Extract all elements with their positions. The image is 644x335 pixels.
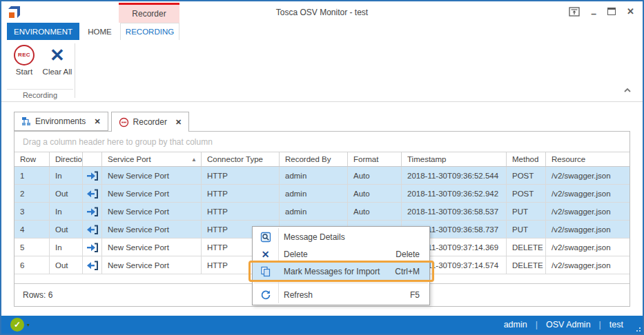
tab-recording[interactable]: RECORDING: [120, 23, 179, 40]
collapse-ribbon-button[interactable]: [623, 83, 632, 96]
direction-out-icon: [86, 260, 99, 271]
column-header-direction[interactable]: Direction: [50, 152, 83, 166]
tab-environments[interactable]: Environments ✕: [14, 112, 108, 131]
context-menu: Message Details ✕ Delete Delete Mark Mes…: [252, 226, 430, 305]
tab-environment-label: ENVIRONMENT: [14, 28, 72, 36]
document-tab-bar: Environments ✕ Recorder ✕: [14, 112, 192, 132]
column-header-recorded-by[interactable]: Recorded By: [280, 152, 348, 166]
column-header-service-port[interactable]: Service Port ▲: [102, 152, 202, 166]
minimize-button[interactable]: –: [591, 7, 596, 17]
start-button-label: Start: [16, 68, 32, 77]
status-right-group: admin | OSV Admin | test: [504, 320, 623, 329]
maximize-icon: [607, 8, 616, 15]
column-header-row[interactable]: Row: [14, 152, 50, 166]
direction-out-icon: [86, 224, 99, 235]
direction-in-icon: [86, 170, 99, 181]
chevron-up-icon: [623, 88, 632, 93]
column-header-connector-type[interactable]: Connector Type: [202, 152, 280, 166]
direction-out-icon: [86, 188, 99, 199]
column-header-method[interactable]: Method: [507, 152, 546, 166]
status-role[interactable]: OSV Admin: [546, 320, 591, 329]
menu-item-mark-messages-for-import[interactable]: Mark Messages for Import Ctrl+M: [253, 263, 429, 280]
tab-recorder-label: Recorder: [133, 117, 167, 127]
window-controls: – ✕: [569, 6, 634, 17]
column-header-direction-icon[interactable]: [83, 152, 102, 166]
menu-separator: [254, 283, 428, 283]
close-environments-tab-icon[interactable]: ✕: [94, 117, 100, 126]
resize-grip[interactable]: [634, 325, 641, 332]
column-header-resource[interactable]: Resource: [546, 152, 630, 166]
minimize-icon: –: [591, 11, 596, 17]
group-by-panel[interactable]: Drag a column header here to group by th…: [14, 132, 630, 152]
tab-recording-label: RECORDING: [126, 28, 174, 36]
ribbon-tab-bar: ENVIRONMENT HOME RECORDING: [1, 23, 643, 40]
column-header-timestamp[interactable]: Timestamp: [402, 152, 507, 166]
direction-in-icon: [86, 242, 99, 253]
ribbon-body: REC Start ✕ Clear All Recording: [1, 40, 643, 102]
table-row[interactable]: 1 In New Service Port HTTP admin Auto 20…: [14, 167, 630, 185]
sort-ascending-icon: ▲: [191, 156, 197, 163]
ribbon-group-label: Recording: [7, 89, 73, 99]
start-recording-button[interactable]: REC Start: [7, 45, 41, 77]
float-window-icon: [569, 7, 580, 17]
title-bar: Recorder Tosca OSV Monitor - test – ✕: [1, 1, 643, 23]
status-separator: |: [599, 320, 601, 329]
recorder-icon: [119, 117, 129, 128]
table-row[interactable]: 3 In New Service Port HTTP admin Auto 20…: [14, 203, 630, 221]
close-icon: ✕: [627, 6, 634, 17]
tab-recorder[interactable]: Recorder ✕: [111, 112, 190, 132]
app-window: Recorder Tosca OSV Monitor - test – ✕: [0, 0, 644, 335]
refresh-icon: [253, 290, 278, 301]
record-icon: REC: [14, 45, 35, 65]
status-environment[interactable]: test: [609, 320, 623, 329]
status-dropdown-caret-icon[interactable]: ▾: [27, 322, 30, 328]
copy-documents-icon: [253, 266, 278, 277]
float-window-button[interactable]: [569, 7, 580, 17]
status-user[interactable]: admin: [504, 320, 527, 329]
ribbon-group-divider: [75, 43, 75, 98]
environments-icon: [21, 116, 31, 126]
menu-item-delete[interactable]: ✕ Delete Delete: [253, 245, 429, 263]
grid-header-row: Row Direction Service Port ▲ Connector T…: [14, 152, 630, 167]
column-header-format[interactable]: Format: [348, 152, 402, 166]
record-icon-text: REC: [18, 52, 30, 59]
row-count-label: Rows: 6: [23, 290, 52, 300]
window-title: Tosca OSV Monitor - test: [1, 8, 643, 17]
clear-all-button[interactable]: ✕ Clear All: [40, 45, 75, 77]
tab-environments-label: Environments: [35, 116, 86, 126]
status-bar: ✓ ▾ admin | OSV Admin | test: [1, 316, 643, 334]
tab-home[interactable]: HOME: [79, 23, 120, 40]
menu-item-refresh[interactable]: Refresh F5: [253, 286, 429, 303]
close-button[interactable]: ✕: [627, 6, 634, 17]
close-recorder-tab-icon[interactable]: ✕: [175, 118, 182, 127]
direction-in-icon: [86, 206, 99, 217]
status-ok-icon[interactable]: ✓: [10, 318, 24, 332]
clear-all-button-label: Clear All: [43, 68, 72, 77]
status-separator: |: [536, 320, 538, 329]
maximize-button[interactable]: [607, 8, 616, 15]
delete-icon: ✕: [253, 249, 278, 260]
message-details-icon: [253, 232, 278, 243]
tab-environment[interactable]: ENVIRONMENT: [7, 23, 79, 40]
menu-item-message-details[interactable]: Message Details: [253, 228, 429, 245]
tab-home-label: HOME: [88, 28, 112, 36]
clear-all-icon: ✕: [50, 45, 65, 68]
table-row[interactable]: 2 Out New Service Port HTTP admin Auto 2…: [14, 185, 630, 203]
